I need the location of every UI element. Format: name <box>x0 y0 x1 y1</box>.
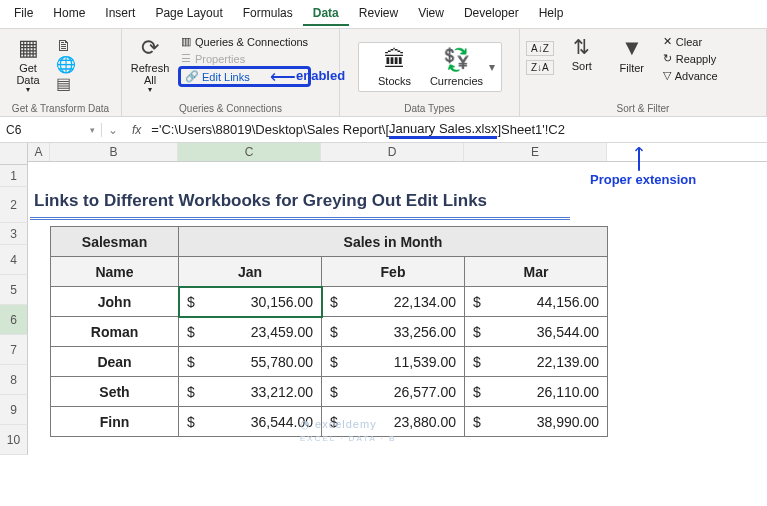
group-queries-connections-label: Queries & Connections <box>128 101 333 116</box>
edit-links-label: Edit Links <box>202 71 250 83</box>
get-data-label: Get Data <box>8 62 48 86</box>
cell-jan[interactable]: $23,459.00 <box>179 317 322 347</box>
cell-value: 26,110.00 <box>537 384 599 400</box>
stocks-type[interactable]: 🏛Stocks <box>365 47 425 87</box>
dropdown-icon: ▾ <box>26 86 30 95</box>
name-box[interactable]: C6 ▾ <box>0 123 102 137</box>
row-header[interactable]: 6 <box>0 305 28 335</box>
row-header[interactable]: 9 <box>0 395 28 425</box>
row-header[interactable]: 2 <box>0 187 28 223</box>
cell-mar[interactable]: $22,139.00 <box>465 347 608 377</box>
cell-jan[interactable]: $30,156.00 <box>179 287 322 317</box>
currency-symbol: $ <box>187 384 195 400</box>
sort-button[interactable]: ⇅Sort <box>560 33 604 75</box>
currencies-label: Currencies <box>430 75 483 87</box>
table-row: Roman $23,459.00 $33,256.00 $36,544.00 <box>51 317 608 347</box>
row-header[interactable]: 3 <box>0 223 28 245</box>
col-header[interactable]: C <box>178 143 321 161</box>
col-header[interactable]: A <box>28 143 50 161</box>
cell-name[interactable]: Dean <box>51 347 179 377</box>
menu-page-layout[interactable]: Page Layout <box>145 2 232 26</box>
cell-jan[interactable]: $55,780.00 <box>179 347 322 377</box>
dropdown-icon[interactable]: ▾ <box>90 125 95 135</box>
currency-symbol: $ <box>473 354 481 370</box>
get-data-button[interactable]: ▦ Get Data▾ <box>6 33 50 98</box>
menu-file[interactable]: File <box>4 2 43 26</box>
cell-feb[interactable]: $33,256.00 <box>322 317 465 347</box>
from-web-icon[interactable]: 🌐 <box>56 55 76 74</box>
sort-asc-button[interactable]: A↓Z <box>526 41 554 56</box>
row-header[interactable]: 10 <box>0 425 28 455</box>
properties-button[interactable]: ☰Properties <box>178 50 311 67</box>
menu-view[interactable]: View <box>408 2 454 26</box>
menu-review[interactable]: Review <box>349 2 408 26</box>
cell-mar[interactable]: $26,110.00 <box>465 377 608 407</box>
menu-home[interactable]: Home <box>43 2 95 26</box>
cell-value: 44,156.00 <box>537 294 599 310</box>
dropdown-icon: ▾ <box>148 86 152 95</box>
sort-desc-button[interactable]: Z↓A <box>526 60 554 75</box>
annotation-proper-extension: Proper extension <box>590 172 696 187</box>
queries-connections-label: Queries & Connections <box>195 36 308 48</box>
cell-name[interactable]: Finn <box>51 407 179 437</box>
cell-mar[interactable]: $38,990.00 <box>465 407 608 437</box>
cell-name[interactable]: John <box>51 287 179 317</box>
row-header[interactable]: 8 <box>0 365 28 395</box>
menu-insert[interactable]: Insert <box>95 2 145 26</box>
subheader-jan[interactable]: Jan <box>179 257 322 287</box>
data-types-gallery[interactable]: 🏛Stocks 💱Currencies ▾ <box>358 42 502 92</box>
subheader-name[interactable]: Name <box>51 257 179 287</box>
insert-function-button[interactable]: ⌄ <box>102 123 124 137</box>
cell-jan[interactable]: $33,212.00 <box>179 377 322 407</box>
currency-symbol: $ <box>187 354 195 370</box>
annotation-enabled: enabled <box>296 68 345 83</box>
menu-developer[interactable]: Developer <box>454 2 529 26</box>
advanced-icon: ▽ <box>663 69 671 82</box>
currencies-type[interactable]: 💱Currencies <box>427 47 487 87</box>
advanced-filter-button[interactable]: ▽Advance <box>660 67 721 84</box>
cell-jan[interactable]: $36,544.00 <box>179 407 322 437</box>
gallery-more-icon[interactable]: ▾ <box>489 60 495 74</box>
col-header[interactable]: E <box>464 143 607 161</box>
currency-symbol: $ <box>473 384 481 400</box>
row-header[interactable]: 1 <box>0 165 28 187</box>
cell-feb[interactable]: $26,577.00 <box>322 377 465 407</box>
header-salesman[interactable]: Salesman <box>51 227 179 257</box>
currency-symbol: $ <box>330 324 338 340</box>
row-header[interactable]: 7 <box>0 335 28 365</box>
group-get-transform-label: Get & Transform Data <box>6 101 115 116</box>
col-header[interactable]: B <box>50 143 178 161</box>
clear-filter-button[interactable]: ✕Clear <box>660 33 721 50</box>
reapply-filter-button[interactable]: ↻Reapply <box>660 50 721 67</box>
cell-name[interactable]: Roman <box>51 317 179 347</box>
refresh-all-button[interactable]: ⟳ Refresh All▾ <box>128 33 172 98</box>
header-sales-month[interactable]: Sales in Month <box>179 227 608 257</box>
menu-formulas[interactable]: Formulas <box>233 2 303 26</box>
advanced-label: Advance <box>675 70 718 82</box>
fx-icon[interactable]: fx <box>124 123 149 137</box>
cell-name[interactable]: Seth <box>51 377 179 407</box>
data-table: Salesman Sales in Month Name Jan Feb Mar… <box>50 226 608 437</box>
currency-symbol: $ <box>473 324 481 340</box>
from-text-icon[interactable]: 🗎 <box>56 37 76 55</box>
row-header[interactable]: 4 <box>0 245 28 275</box>
subheader-feb[interactable]: Feb <box>322 257 465 287</box>
menu-help[interactable]: Help <box>529 2 574 26</box>
select-all-corner[interactable] <box>0 143 28 165</box>
properties-label: Properties <box>195 53 245 65</box>
subheader-mar[interactable]: Mar <box>465 257 608 287</box>
reapply-icon: ↻ <box>663 52 672 65</box>
row-header[interactable]: 5 <box>0 275 28 305</box>
cell-mar[interactable]: $44,156.00 <box>465 287 608 317</box>
formula-bar[interactable]: ='C:\Users\88019\Desktop\Sales Report\[J… <box>149 121 767 139</box>
cell-feb[interactable]: $22,134.00 <box>322 287 465 317</box>
cell-mar[interactable]: $36,544.00 <box>465 317 608 347</box>
menu-data[interactable]: Data <box>303 2 349 26</box>
from-table-icon[interactable]: ▤ <box>56 74 76 93</box>
col-header[interactable]: D <box>321 143 464 161</box>
cell-feb[interactable]: $11,539.00 <box>322 347 465 377</box>
cell-feb[interactable]: $23,880.00 <box>322 407 465 437</box>
queries-connections-button[interactable]: ▥Queries & Connections <box>178 33 311 50</box>
currency-symbol: $ <box>187 294 195 310</box>
filter-button[interactable]: ▼Filter <box>610 33 654 77</box>
